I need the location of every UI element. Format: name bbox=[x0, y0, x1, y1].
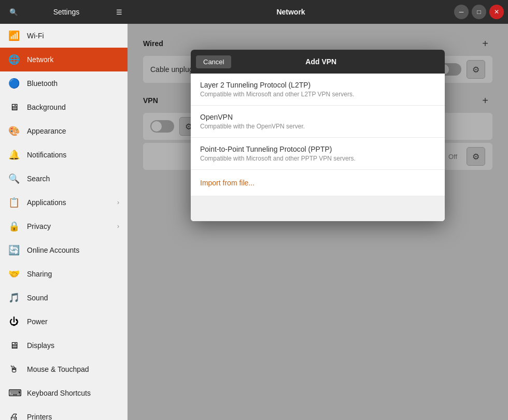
vpn-option-title-2: Point-to-Point Tunneling Protocol (PPTP) bbox=[200, 145, 435, 153]
sidebar-item-sound[interactable]: 🎵Sound bbox=[0, 286, 128, 310]
notifications-label: Notifications bbox=[27, 151, 66, 159]
sidebar-item-wifi[interactable]: 📶Wi-Fi bbox=[0, 24, 128, 48]
mouse-touchpad-icon: 🖱 bbox=[8, 364, 20, 375]
mouse-touchpad-label: Mouse & Touchpad bbox=[27, 365, 89, 373]
sidebar-item-background[interactable]: 🖥Background bbox=[0, 95, 128, 119]
vpn-option-desc-0: Compatible with Microsoft and other L2TP… bbox=[200, 91, 435, 98]
displays-icon: 🖥 bbox=[8, 340, 20, 351]
appearance-label: Appearance bbox=[27, 127, 66, 135]
applications-label: Applications bbox=[27, 198, 66, 207]
displays-label: Displays bbox=[27, 341, 54, 350]
close-button[interactable]: ✕ bbox=[489, 5, 504, 19]
search-icon: 🔍 bbox=[9, 8, 18, 16]
dialog-body: Layer 2 Tunneling Protocol (L2TP)Compati… bbox=[191, 74, 445, 221]
title-bar-left: 🔍 Settings ☰ bbox=[0, 4, 128, 20]
dialog-title: Add VPN bbox=[231, 57, 411, 66]
add-vpn-dialog: Cancel Add VPN Layer 2 Tunneling Protoco… bbox=[191, 50, 445, 221]
sharing-label: Sharing bbox=[27, 270, 52, 278]
hamburger-button[interactable]: ☰ bbox=[111, 4, 128, 20]
privacy-chevron: › bbox=[117, 223, 119, 230]
content-area: Wired + Cable unplugged ⚙ VPN + ⚙ bbox=[128, 24, 508, 420]
main-layout: 📶Wi-Fi🌐Network🔵Bluetooth🖥Background🎨Appe… bbox=[0, 24, 508, 420]
applications-icon: 📋 bbox=[8, 197, 20, 208]
sharing-icon: 🤝 bbox=[8, 268, 20, 280]
dialog-footer bbox=[191, 196, 445, 221]
sidebar-item-displays[interactable]: 🖥Displays bbox=[0, 334, 128, 357]
vpn-option-title-0: Layer 2 Tunneling Protocol (L2TP) bbox=[200, 81, 435, 89]
search-label: Search bbox=[27, 175, 50, 183]
power-icon: ⏻ bbox=[8, 316, 20, 327]
printers-label: Printers bbox=[27, 413, 52, 420]
bluetooth-label: Bluetooth bbox=[27, 79, 58, 88]
sidebar-item-notifications[interactable]: 🔔Notifications bbox=[0, 143, 128, 167]
sidebar-item-power[interactable]: ⏻Power bbox=[0, 310, 128, 334]
sidebar-item-applications[interactable]: 📋Applications› bbox=[0, 191, 128, 214]
sidebar: 📶Wi-Fi🌐Network🔵Bluetooth🖥Background🎨Appe… bbox=[0, 24, 128, 420]
background-label: Background bbox=[27, 103, 66, 111]
minimize-icon: ─ bbox=[459, 8, 464, 16]
wifi-icon: 📶 bbox=[8, 30, 20, 41]
power-label: Power bbox=[27, 317, 48, 326]
applications-chevron: › bbox=[117, 199, 119, 206]
search-button[interactable]: 🔍 bbox=[5, 4, 22, 20]
online-accounts-label: Online Accounts bbox=[27, 246, 79, 254]
cancel-button[interactable]: Cancel bbox=[196, 55, 231, 68]
sidebar-item-bluetooth[interactable]: 🔵Bluetooth bbox=[0, 71, 128, 95]
maximize-button[interactable]: □ bbox=[472, 5, 486, 19]
notifications-icon: 🔔 bbox=[8, 149, 20, 161]
title-bar-right: ─ □ ✕ bbox=[454, 5, 508, 19]
hamburger-icon: ☰ bbox=[116, 8, 122, 16]
app-title: Settings bbox=[26, 8, 107, 16]
page-title: Network bbox=[276, 8, 305, 16]
sidebar-item-search[interactable]: 🔍Search bbox=[0, 167, 128, 191]
appearance-icon: 🎨 bbox=[8, 125, 20, 137]
keyboard-shortcuts-icon: ⌨ bbox=[8, 387, 20, 399]
sidebar-item-appearance[interactable]: 🎨Appearance bbox=[0, 119, 128, 143]
maximize-icon: □ bbox=[477, 8, 481, 16]
vpn-option-1[interactable]: OpenVPNCompatible with the OpenVPN serve… bbox=[191, 106, 445, 138]
sidebar-item-network[interactable]: 🌐Network bbox=[0, 48, 128, 71]
wifi-label: Wi-Fi bbox=[27, 32, 44, 40]
privacy-label: Privacy bbox=[27, 222, 51, 230]
sidebar-item-printers[interactable]: 🖨Printers bbox=[0, 405, 128, 420]
vpn-option-desc-1: Compatible with the OpenVPN server. bbox=[200, 123, 435, 130]
dialog-header: Cancel Add VPN bbox=[191, 50, 445, 74]
sidebar-item-keyboard-shortcuts[interactable]: ⌨Keyboard Shortcuts bbox=[0, 381, 128, 405]
online-accounts-icon: 🔄 bbox=[8, 244, 20, 256]
vpn-option-desc-2: Compatible with Microsoft and other PPTP… bbox=[200, 155, 435, 162]
privacy-icon: 🔒 bbox=[8, 221, 20, 232]
title-bar: 🔍 Settings ☰ Network ─ □ ✕ bbox=[0, 0, 508, 24]
vpn-option-0[interactable]: Layer 2 Tunneling Protocol (L2TP)Compati… bbox=[191, 74, 445, 106]
search-icon: 🔍 bbox=[8, 173, 20, 184]
sidebar-item-privacy[interactable]: 🔒Privacy› bbox=[0, 214, 128, 238]
sound-icon: 🎵 bbox=[8, 292, 20, 303]
sidebar-item-sharing[interactable]: 🤝Sharing bbox=[0, 262, 128, 286]
vpn-option-2[interactable]: Point-to-Point Tunneling Protocol (PPTP)… bbox=[191, 138, 445, 170]
import-from-file-option[interactable]: Import from file... bbox=[191, 170, 445, 196]
import-from-file-label: Import from file... bbox=[200, 179, 255, 187]
keyboard-shortcuts-label: Keyboard Shortcuts bbox=[27, 389, 91, 397]
bluetooth-icon: 🔵 bbox=[8, 78, 20, 89]
close-icon: ✕ bbox=[494, 8, 499, 16]
network-icon: 🌐 bbox=[8, 54, 20, 65]
sidebar-item-online-accounts[interactable]: 🔄Online Accounts bbox=[0, 238, 128, 262]
background-icon: 🖥 bbox=[8, 102, 20, 113]
sidebar-item-mouse-touchpad[interactable]: 🖱Mouse & Touchpad bbox=[0, 357, 128, 381]
network-label: Network bbox=[27, 55, 53, 64]
title-bar-center: Network bbox=[128, 8, 454, 16]
sound-label: Sound bbox=[27, 294, 48, 302]
printers-icon: 🖨 bbox=[8, 412, 20, 421]
minimize-button[interactable]: ─ bbox=[454, 5, 469, 19]
vpn-option-title-1: OpenVPN bbox=[200, 113, 435, 121]
